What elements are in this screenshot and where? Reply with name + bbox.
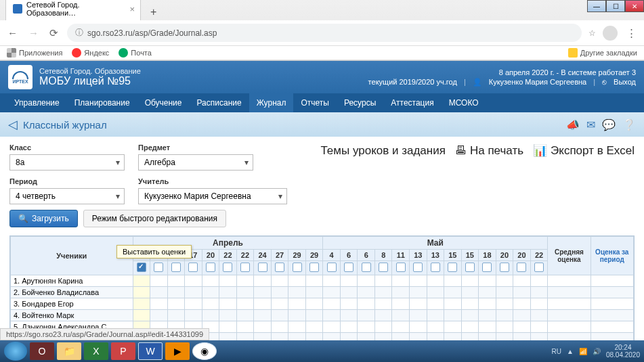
grade-cell[interactable] [219, 287, 237, 298]
grade-cell[interactable] [133, 275, 150, 287]
taskbar-powerpoint-icon[interactable]: P [111, 342, 135, 360]
grade-cell[interactable] [288, 298, 306, 310]
day-header[interactable]: 11 [392, 250, 410, 261]
grade-cell[interactable] [133, 287, 150, 298]
day-header[interactable]: 20 [202, 250, 219, 261]
grade-cell[interactable] [288, 321, 306, 333]
period-cell[interactable] [591, 298, 634, 310]
day-header[interactable]: 8 [374, 250, 392, 261]
grade-cell[interactable] [323, 287, 341, 298]
grade-cell[interactable] [530, 275, 548, 287]
day-header[interactable]: 15 [444, 250, 462, 261]
taskbar-explorer-icon[interactable]: 📁 [57, 342, 81, 360]
day-header[interactable]: 18 [479, 250, 496, 261]
day-checkbox[interactable] [413, 263, 423, 272]
grade-cell[interactable] [479, 287, 496, 298]
grade-cell[interactable] [323, 310, 341, 321]
grade-cell[interactable] [340, 298, 358, 310]
grade-cell[interactable] [461, 321, 479, 333]
day-header[interactable]: 29 [288, 250, 306, 261]
grade-cell[interactable] [236, 321, 254, 333]
day-header[interactable]: 24 [254, 250, 272, 261]
grade-cell[interactable] [150, 310, 168, 321]
grade-cell[interactable] [202, 310, 219, 321]
start-button[interactable] [4, 342, 27, 361]
grade-cell[interactable] [444, 287, 462, 298]
grade-cell[interactable] [254, 275, 272, 287]
day-checkbox-cell[interactable] [374, 261, 392, 275]
day-checkbox-cell[interactable] [461, 261, 479, 275]
day-checkbox[interactable] [448, 263, 457, 272]
taskbar-clock[interactable]: 20:24 08.04.2020 [606, 344, 640, 359]
new-tab-button[interactable]: + [145, 4, 162, 20]
grade-cell[interactable] [305, 310, 323, 321]
grade-cell[interactable] [461, 298, 479, 310]
grade-cell[interactable] [288, 310, 306, 321]
day-checkbox[interactable] [344, 263, 353, 272]
day-checkbox-cell[interactable] [340, 261, 358, 275]
taskbar-lang[interactable]: RU [552, 348, 561, 355]
print-link[interactable]: 🖶На печать [455, 144, 523, 158]
day-checkbox[interactable] [171, 263, 181, 272]
announce-icon[interactable]: 📣 [566, 118, 580, 131]
grade-cell[interactable] [358, 321, 375, 333]
grade-cell[interactable] [444, 298, 462, 310]
day-checkbox-cell[interactable] [392, 261, 410, 275]
day-checkbox[interactable] [396, 263, 406, 272]
nav-item-3[interactable]: Расписание [190, 93, 249, 112]
day-checkbox-cell[interactable] [288, 261, 306, 275]
grade-cell[interactable] [392, 298, 410, 310]
grade-cell[interactable] [374, 287, 392, 298]
grade-cell[interactable] [167, 287, 185, 298]
load-button[interactable]: 🔍 Загрузить [9, 210, 78, 227]
grade-cell[interactable] [271, 275, 288, 287]
grade-cell[interactable] [185, 298, 202, 310]
grade-cell[interactable] [479, 275, 496, 287]
grade-cell[interactable] [427, 310, 444, 321]
grade-cell[interactable] [236, 287, 254, 298]
grade-cell[interactable] [254, 298, 272, 310]
period-cell[interactable] [591, 287, 634, 298]
period-cell[interactable] [591, 275, 634, 287]
grade-cell[interactable] [530, 321, 548, 333]
grade-cell[interactable] [133, 310, 150, 321]
grade-cell[interactable] [167, 310, 185, 321]
grade-cell[interactable] [496, 298, 513, 310]
day-checkbox[interactable] [258, 263, 267, 272]
day-checkbox[interactable] [465, 263, 475, 272]
grade-cell[interactable] [288, 275, 306, 287]
day-checkbox[interactable] [500, 263, 509, 272]
day-checkbox[interactable] [188, 263, 198, 272]
grade-cell[interactable] [305, 287, 323, 298]
day-checkbox[interactable] [379, 263, 388, 272]
grade-cell[interactable] [305, 298, 323, 310]
day-header[interactable]: 15 [461, 250, 479, 261]
period-select[interactable]: 4 четверть [9, 188, 125, 204]
student-name-cell[interactable]: 3. Бондарев Егор [11, 298, 133, 310]
grade-cell[interactable] [254, 310, 272, 321]
day-checkbox-cell[interactable] [219, 261, 237, 275]
grade-cell[interactable] [236, 275, 254, 287]
day-checkbox[interactable] [206, 263, 215, 272]
grade-cell[interactable] [461, 287, 479, 298]
day-header[interactable]: 27 [271, 250, 288, 261]
grade-cell[interactable] [496, 321, 513, 333]
day-checkbox[interactable] [362, 263, 371, 272]
grade-cell[interactable] [496, 310, 513, 321]
grade-cell[interactable] [461, 275, 479, 287]
grade-cell[interactable] [496, 275, 513, 287]
day-checkbox[interactable] [137, 263, 146, 272]
taskbar-word-icon[interactable]: W [138, 342, 163, 360]
address-bar[interactable]: ⓘ sgo.rso23.ru/asp/Grade/Journal.asp [67, 24, 582, 42]
day-checkbox-cell[interactable] [444, 261, 462, 275]
grade-cell[interactable] [305, 275, 323, 287]
grade-cell[interactable] [374, 310, 392, 321]
day-header[interactable]: 20 [496, 250, 513, 261]
day-header[interactable]: 13 [410, 250, 427, 261]
grade-cell[interactable] [358, 287, 375, 298]
tray-network-icon[interactable]: 📶 [579, 348, 587, 355]
nav-item-8[interactable]: МСОКО [442, 93, 486, 112]
grade-cell[interactable] [167, 275, 185, 287]
day-checkbox[interactable] [293, 263, 302, 272]
grade-cell[interactable] [219, 275, 237, 287]
